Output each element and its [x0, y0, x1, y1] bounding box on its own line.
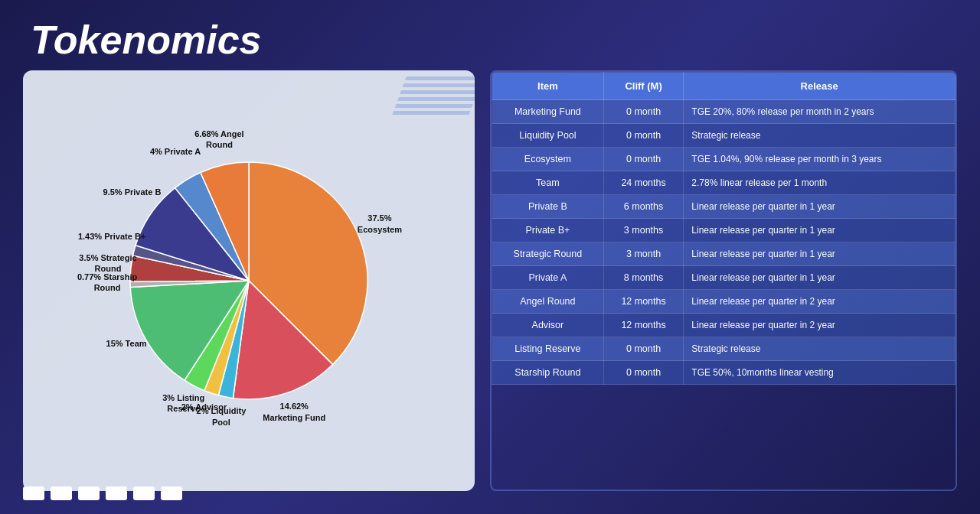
table-row: Private B+3 monthsLinear release per qua…: [492, 219, 956, 242]
table-row: Ecosystem0 monthTGE 1.04%, 90% release p…: [492, 148, 956, 171]
dot-6: [161, 486, 182, 500]
table-row: Listing Reserve0 monthStrategic release: [492, 337, 956, 361]
chart-label-1: 14.62% Marketing Fund: [260, 401, 328, 423]
chart-label-7: 3.5% Strategic Round: [74, 252, 142, 275]
bottom-dots: [23, 486, 182, 500]
cell-0-2: TGE 20%, 80% release per month in 2 year…: [684, 100, 956, 124]
chart-label-11: 6.68% Angel Round: [185, 128, 253, 151]
cell-2-1: 0 month: [603, 148, 684, 171]
cell-3-0: Team: [492, 171, 604, 195]
cell-2-2: TGE 1.04%, 90% release per month in 3 ye…: [684, 148, 956, 171]
cell-0-0: Marketing Fund: [492, 100, 604, 124]
tokenomics-table: Item Cliff (M) Release Marketing Fund0 m…: [492, 72, 956, 385]
cell-7-2: Linear release per quarter in 1 year: [684, 266, 956, 290]
cell-2-0: Ecosystem: [492, 148, 604, 171]
chart-label-5: 15% Team: [92, 338, 161, 349]
chart-label-9: 9.5% Private B: [97, 187, 166, 197]
cell-10-0: Listing Reserve: [492, 337, 604, 361]
cell-6-2: Linear release per quarter in 1 year: [684, 242, 956, 266]
dot-4: [106, 486, 127, 500]
cell-3-2: 2.78% linear release per 1 month: [684, 171, 956, 195]
dot-2: [51, 486, 72, 500]
chart-labels: 37.5% Ecosystem14.62% Marketing Fund2% L…: [23, 70, 475, 491]
table-row: Private B6 monthsLinear release per quar…: [492, 195, 956, 219]
cell-7-0: Private A: [492, 266, 604, 290]
cell-6-0: Strategic Round: [492, 242, 604, 266]
cell-4-0: Private B: [492, 195, 604, 219]
cell-10-1: 0 month: [603, 337, 684, 361]
chart-label-0: 37.5% Ecosystem: [345, 213, 414, 235]
col-item: Item: [492, 73, 604, 100]
cell-11-2: TGE 50%, 10months linear vesting: [684, 361, 956, 385]
table-row: Marketing Fund0 monthTGE 20%, 80% releas…: [492, 100, 956, 124]
cell-11-0: Starship Round: [492, 361, 604, 385]
col-release: Release: [684, 73, 956, 100]
cell-4-1: 6 months: [603, 195, 684, 219]
cell-9-2: Linear release per quarter in 2 year: [684, 314, 956, 337]
dot-3: [78, 486, 100, 500]
chart-label-8: 1.43% Private B+: [77, 231, 146, 242]
table-row: Strategic Round3 monthLinear release per…: [492, 242, 956, 266]
table-row: Starship Round0 monthTGE 50%, 10months l…: [492, 361, 956, 385]
table-header-row: Item Cliff (M) Release: [492, 73, 956, 100]
cell-0-1: 0 month: [603, 100, 684, 124]
table-row: Liquidity Pool0 monthStrategic release: [492, 124, 956, 148]
cell-11-1: 0 month: [603, 361, 684, 385]
dot-1: [23, 486, 44, 500]
table-row: Private A8 monthsLinear release per quar…: [492, 266, 956, 290]
cell-1-1: 0 month: [603, 124, 684, 148]
cell-8-1: 12 months: [603, 290, 684, 314]
cell-1-2: Strategic release: [684, 124, 956, 148]
cell-5-1: 3 months: [603, 219, 684, 242]
cell-10-2: Strategic release: [684, 337, 956, 361]
table-row: Advisor12 monthsLinear release per quart…: [492, 314, 956, 337]
cell-8-0: Angel Round: [492, 290, 604, 314]
cell-3-1: 24 months: [603, 171, 684, 195]
cell-4-2: Linear release per quarter in 1 year: [684, 195, 956, 219]
cell-9-1: 12 months: [603, 314, 684, 337]
table-row: Angel Round12 monthsLinear release per q…: [492, 290, 956, 314]
cell-5-0: Private B+: [492, 219, 604, 242]
dot-5: [133, 486, 155, 500]
col-cliff: Cliff (M): [603, 73, 684, 100]
chart-label-4: 3% Listing Reserve: [149, 392, 218, 415]
cell-6-1: 3 month: [603, 242, 684, 266]
cell-8-2: Linear release per quarter in 2 year: [684, 290, 956, 314]
cell-7-1: 8 months: [603, 266, 684, 290]
table-body: Marketing Fund0 monthTGE 20%, 80% releas…: [492, 100, 956, 385]
title: Tokenomics: [0, 0, 980, 70]
cell-9-0: Advisor: [492, 314, 604, 337]
cell-1-0: Liquidity Pool: [492, 124, 604, 148]
chart-area: 37.5% Ecosystem14.62% Marketing Fund2% L…: [23, 70, 475, 491]
chart-label-6: 0.77% Starship Round: [73, 272, 142, 294]
main-container: 37.5% Ecosystem14.62% Marketing Fund2% L…: [23, 70, 957, 491]
cell-5-2: Linear release per quarter in 1 year: [684, 219, 956, 242]
table-area: Item Cliff (M) Release Marketing Fund0 m…: [490, 70, 957, 491]
table-row: Team24 months2.78% linear release per 1 …: [492, 171, 956, 195]
